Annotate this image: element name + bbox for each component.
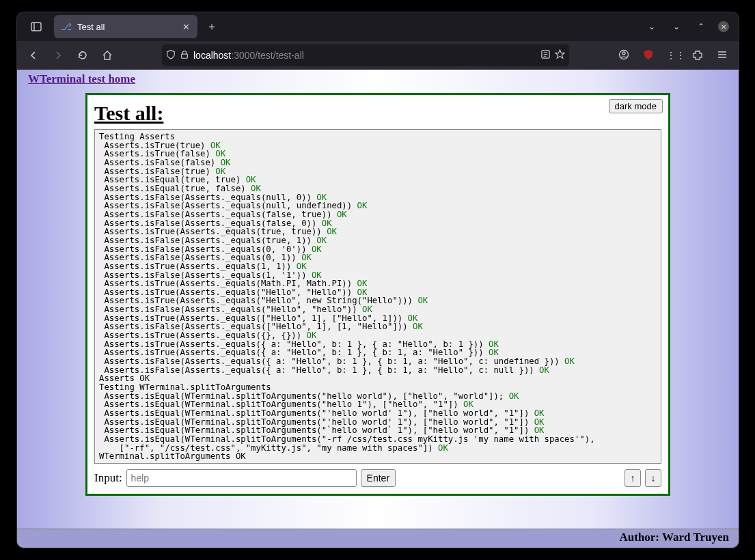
input-label: Input: xyxy=(94,471,122,485)
author-footer: Author: Ward Truyen xyxy=(17,529,739,548)
toolbar: localhost:3000/test/test-all ⋮⋮ xyxy=(17,41,739,70)
account-icon[interactable] xyxy=(617,49,631,62)
bookmark-icon[interactable] xyxy=(555,49,565,61)
tab-active[interactable]: ⎇ Test all ✕ xyxy=(54,15,197,38)
tab-favicon-icon: ⎇ xyxy=(61,21,72,32)
window-close-icon[interactable]: ✕ xyxy=(718,21,729,32)
chevron-up-icon[interactable]: ⌃ xyxy=(694,22,709,31)
terminal-panel: dark mode Test all: Testing Asserts Asse… xyxy=(85,93,670,496)
url-text[interactable]: localhost:3000/test/test-all xyxy=(193,50,536,61)
new-tab-button[interactable]: ＋ xyxy=(202,16,222,37)
extensions-icon[interactable] xyxy=(691,49,704,62)
command-input[interactable] xyxy=(126,469,357,487)
titlebar: ⎇ Test all ✕ ＋ ⌄ ⌄ ⌃ ✕ xyxy=(17,12,739,41)
reload-button[interactable] xyxy=(72,44,94,66)
forward-button xyxy=(47,44,69,66)
page-title: Test all: xyxy=(94,102,661,125)
svg-rect-2 xyxy=(182,54,188,58)
lock-icon[interactable] xyxy=(180,50,189,61)
enter-button[interactable]: Enter xyxy=(361,469,396,487)
tab-title: Test all xyxy=(77,22,174,32)
sidebar-toggle-icon[interactable] xyxy=(23,16,50,38)
input-row: Input: Enter ↑ ↓ xyxy=(94,469,661,487)
terminal-output: Testing Asserts Asserts.isTrue(true) OK … xyxy=(94,129,661,464)
ublock-icon[interactable] xyxy=(642,49,655,62)
svg-rect-0 xyxy=(31,23,41,31)
chevron-down-icon[interactable]: ⌄ xyxy=(669,22,684,31)
svg-point-8 xyxy=(622,52,625,55)
scroll-up-button[interactable]: ↑ xyxy=(624,469,641,487)
home-link[interactable]: WTerminal test home xyxy=(17,70,739,89)
reader-mode-icon[interactable] xyxy=(540,49,551,61)
shield-icon[interactable] xyxy=(166,50,176,61)
url-bar[interactable]: localhost:3000/test/test-all xyxy=(162,44,569,66)
dark-mode-button[interactable]: dark mode xyxy=(609,99,663,113)
tab-close-icon[interactable]: ✕ xyxy=(180,20,192,33)
hamburger-menu-icon[interactable] xyxy=(715,49,729,62)
browser-window: ⎇ Test all ✕ ＋ ⌄ ⌄ ⌃ ✕ localhost:3000/te… xyxy=(17,12,739,548)
tab-list-icon[interactable]: ⌄ xyxy=(644,22,659,31)
back-button[interactable] xyxy=(23,44,44,66)
extensions-overflow-icon[interactable]: ⋮⋮ xyxy=(666,50,680,61)
home-button[interactable] xyxy=(96,44,118,66)
page-content: WTerminal test home dark mode Test all: … xyxy=(17,70,739,548)
scroll-down-button[interactable]: ↓ xyxy=(645,469,661,487)
